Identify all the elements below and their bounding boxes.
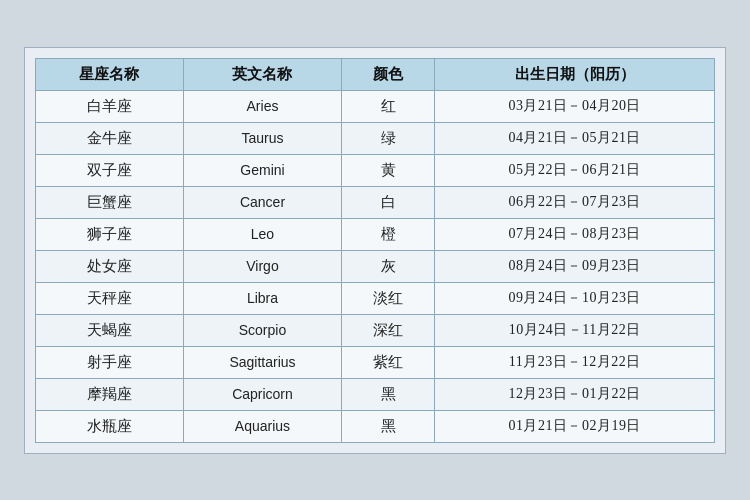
cell-date: 03月21日－04月20日 <box>435 90 715 122</box>
cell-english-name: Sagittarius <box>183 346 342 378</box>
cell-color: 红 <box>342 90 435 122</box>
cell-color: 紫红 <box>342 346 435 378</box>
table-row: 狮子座Leo橙07月24日－08月23日 <box>36 218 715 250</box>
cell-chinese-name: 双子座 <box>36 154 184 186</box>
cell-chinese-name: 白羊座 <box>36 90 184 122</box>
cell-color: 灰 <box>342 250 435 282</box>
cell-color: 深红 <box>342 314 435 346</box>
cell-english-name: Libra <box>183 282 342 314</box>
cell-chinese-name: 处女座 <box>36 250 184 282</box>
table-row: 天蝎座Scorpio深红10月24日－11月22日 <box>36 314 715 346</box>
cell-chinese-name: 射手座 <box>36 346 184 378</box>
cell-chinese-name: 天秤座 <box>36 282 184 314</box>
cell-english-name: Virgo <box>183 250 342 282</box>
cell-date: 11月23日－12月22日 <box>435 346 715 378</box>
header-date: 出生日期（阳历） <box>435 58 715 90</box>
table-row: 处女座Virgo灰08月24日－09月23日 <box>36 250 715 282</box>
cell-date: 10月24日－11月22日 <box>435 314 715 346</box>
table-row: 射手座Sagittarius紫红11月23日－12月22日 <box>36 346 715 378</box>
cell-date: 07月24日－08月23日 <box>435 218 715 250</box>
header-color: 颜色 <box>342 58 435 90</box>
header-chinese-name: 星座名称 <box>36 58 184 90</box>
cell-chinese-name: 狮子座 <box>36 218 184 250</box>
cell-color: 淡红 <box>342 282 435 314</box>
cell-english-name: Taurus <box>183 122 342 154</box>
cell-english-name: Aries <box>183 90 342 122</box>
cell-date: 08月24日－09月23日 <box>435 250 715 282</box>
cell-english-name: Gemini <box>183 154 342 186</box>
cell-english-name: Leo <box>183 218 342 250</box>
cell-english-name: Scorpio <box>183 314 342 346</box>
cell-english-name: Aquarius <box>183 410 342 442</box>
table-row: 双子座Gemini黄05月22日－06月21日 <box>36 154 715 186</box>
cell-color: 白 <box>342 186 435 218</box>
table-header-row: 星座名称 英文名称 颜色 出生日期（阳历） <box>36 58 715 90</box>
cell-color: 橙 <box>342 218 435 250</box>
zodiac-table: 星座名称 英文名称 颜色 出生日期（阳历） 白羊座Aries红03月21日－04… <box>35 58 715 443</box>
cell-date: 12月23日－01月22日 <box>435 378 715 410</box>
cell-date: 04月21日－05月21日 <box>435 122 715 154</box>
table-row: 巨蟹座Cancer白06月22日－07月23日 <box>36 186 715 218</box>
cell-chinese-name: 水瓶座 <box>36 410 184 442</box>
cell-color: 绿 <box>342 122 435 154</box>
cell-chinese-name: 金牛座 <box>36 122 184 154</box>
header-english-name: 英文名称 <box>183 58 342 90</box>
table-row: 白羊座Aries红03月21日－04月20日 <box>36 90 715 122</box>
cell-date: 06月22日－07月23日 <box>435 186 715 218</box>
cell-chinese-name: 巨蟹座 <box>36 186 184 218</box>
cell-color: 黑 <box>342 410 435 442</box>
cell-color: 黑 <box>342 378 435 410</box>
cell-english-name: Capricorn <box>183 378 342 410</box>
zodiac-table-wrapper: 星座名称 英文名称 颜色 出生日期（阳历） 白羊座Aries红03月21日－04… <box>24 47 726 454</box>
table-row: 天秤座Libra淡红09月24日－10月23日 <box>36 282 715 314</box>
cell-date: 05月22日－06月21日 <box>435 154 715 186</box>
cell-date: 01月21日－02月19日 <box>435 410 715 442</box>
cell-chinese-name: 天蝎座 <box>36 314 184 346</box>
table-row: 摩羯座Capricorn黑12月23日－01月22日 <box>36 378 715 410</box>
cell-english-name: Cancer <box>183 186 342 218</box>
table-row: 金牛座Taurus绿04月21日－05月21日 <box>36 122 715 154</box>
cell-color: 黄 <box>342 154 435 186</box>
cell-date: 09月24日－10月23日 <box>435 282 715 314</box>
cell-chinese-name: 摩羯座 <box>36 378 184 410</box>
table-row: 水瓶座Aquarius黑01月21日－02月19日 <box>36 410 715 442</box>
